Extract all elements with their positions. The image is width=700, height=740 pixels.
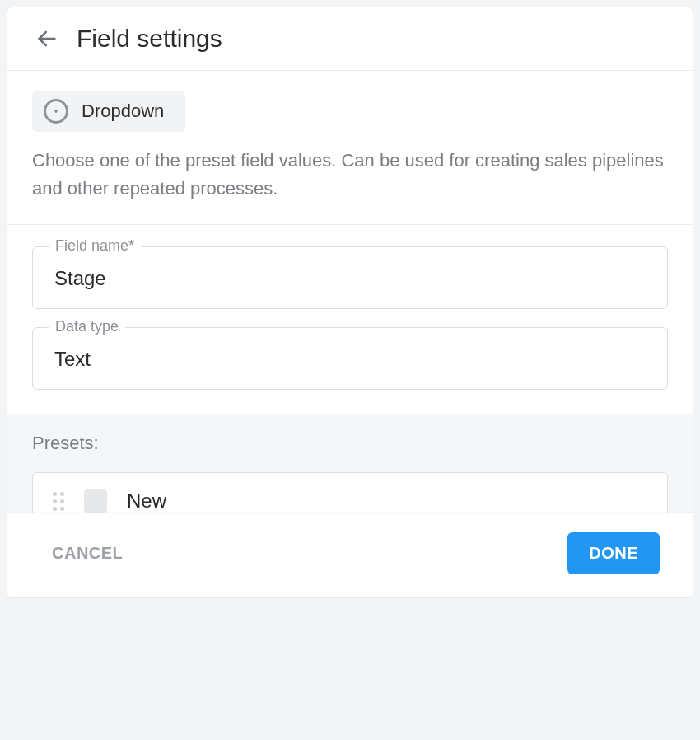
presets-heading: Presets:	[32, 433, 668, 454]
field-name-input[interactable]	[32, 246, 668, 309]
page-title: Field settings	[77, 25, 222, 53]
data-type-wrap: Data type Text	[32, 327, 668, 390]
done-button[interactable]: DONE	[567, 532, 660, 574]
data-type-value: Text	[54, 348, 91, 371]
field-name-wrap: Field name*	[32, 246, 668, 309]
field-type-section: Dropdown Choose one of the preset field …	[7, 71, 693, 225]
field-type-selector[interactable]: Dropdown	[32, 91, 185, 132]
preset-label: New	[127, 489, 166, 513]
form-section: Field name* Data type Text	[7, 225, 693, 414]
field-type-label: Dropdown	[82, 101, 164, 122]
arrow-left-icon	[35, 27, 58, 50]
field-type-description: Choose one of the preset field values. C…	[32, 147, 668, 203]
svg-marker-1	[54, 110, 59, 114]
field-settings-panel: Field settings Dropdown Choose one of th…	[7, 7, 693, 598]
footer-bar: CANCEL DONE	[7, 513, 693, 597]
data-type-select[interactable]: Text	[32, 327, 668, 390]
drag-handle-icon[interactable]	[53, 492, 64, 511]
field-name-label: Field name*	[49, 237, 141, 255]
dropdown-icon	[44, 99, 68, 124]
data-type-label: Data type	[49, 318, 125, 335]
color-swatch[interactable]	[84, 489, 107, 513]
panel-header: Field settings	[7, 7, 693, 71]
back-button[interactable]	[32, 24, 62, 54]
cancel-button[interactable]: CANCEL	[52, 544, 123, 563]
